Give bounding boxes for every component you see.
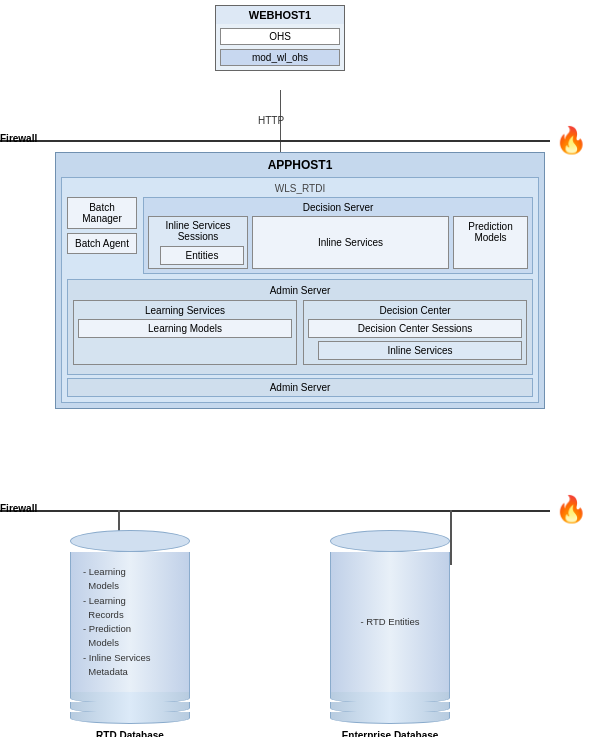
admin-server-title: Admin Server <box>73 285 527 296</box>
enterprise-disk-3 <box>330 712 450 724</box>
inline-services-ds-box: Inline Services <box>252 216 449 269</box>
rtd-cylinder: - Learning Models - Learning Records - P… <box>70 530 190 724</box>
dc-inline-box: Inline Services <box>318 341 522 360</box>
enterprise-cylinder-text: - RTD Entities <box>337 615 443 629</box>
inline-sessions-box: Inline ServicesSessions Entities <box>148 216 248 269</box>
firewall-bottom-icon: 🔥 <box>555 494 587 525</box>
decision-center-title: Decision Center <box>308 305 522 316</box>
rtd-cylinder-text: - Learning Models - Learning Records - P… <box>77 565 183 679</box>
admin-server-bottom: Admin Server <box>67 378 533 397</box>
learning-services-box: Learning Services Learning Models <box>73 300 297 365</box>
decision-server-title: Decision Server <box>148 202 528 213</box>
databases-row: - Learning Models - Learning Records - P… <box>70 530 450 737</box>
apphost-box: APPHOST1 WLS_RTDI Batch Manager Batch Ag… <box>55 152 545 409</box>
admin-server-section: Admin Server Learning Services Learning … <box>67 279 533 375</box>
firewall-top-line <box>0 140 550 142</box>
learning-services-title: Learning Services <box>78 305 292 316</box>
enterprise-cylinder-body: - RTD Entities <box>330 552 450 692</box>
webhost-ohs: OHS <box>220 28 340 45</box>
rtd-cylinder-top <box>70 530 190 552</box>
rtd-database-wrapper: - Learning Models - Learning Records - P… <box>70 530 190 737</box>
webhost-box: WEBHOST1 OHS mod_wl_ohs <box>215 5 345 71</box>
batch-column: Batch Manager Batch Agent <box>67 197 137 274</box>
learning-models-box: Learning Models <box>78 319 292 338</box>
decision-center-box: Decision Center Decision Center Sessions… <box>303 300 527 365</box>
webhost-title: WEBHOST1 <box>216 6 344 24</box>
decision-server-box: Decision Server Inline ServicesSessions … <box>143 197 533 274</box>
inline-sessions-title: Inline ServicesSessions <box>152 220 244 244</box>
wls-title: WLS_RTDI <box>67 183 533 197</box>
wls-box: WLS_RTDI Batch Manager Batch Agent Decis… <box>61 177 539 403</box>
enterprise-cylinder-top <box>330 530 450 552</box>
firewall-top-icon: 🔥 <box>555 125 587 156</box>
http-label: HTTP <box>258 115 284 126</box>
rtd-cylinder-body: - Learning Models - Learning Records - P… <box>70 552 190 692</box>
firewall-top-label: Firewall <box>0 133 37 144</box>
rtd-disk-3 <box>70 712 190 724</box>
diagram-container: WEBHOST1 OHS mod_wl_ohs HTTP Firewall 🔥 … <box>0 0 605 737</box>
decision-inner-row: Inline ServicesSessions Entities Inline … <box>148 216 528 269</box>
decision-server-row: Batch Manager Batch Agent Decision Serve… <box>67 197 533 274</box>
enterprise-cylinder: - RTD Entities <box>330 530 450 724</box>
dc-sessions-box: Decision Center Sessions <box>308 319 522 338</box>
batch-manager-box: Batch Manager <box>67 197 137 229</box>
admin-inner-row: Learning Services Learning Models Decisi… <box>73 300 527 365</box>
enterprise-database-label: Enterprise Database <box>342 730 439 737</box>
batch-agent-box: Batch Agent <box>67 233 137 254</box>
entities-box: Entities <box>160 246 244 265</box>
apphost-title: APPHOST1 <box>61 158 539 174</box>
right-connector-vertical <box>450 510 452 565</box>
webhost-mod: mod_wl_ohs <box>220 49 340 66</box>
firewall-bottom-label: Firewall <box>0 503 37 514</box>
firewall-bottom-line <box>0 510 550 512</box>
prediction-models-box: PredictionModels <box>453 216 528 269</box>
rtd-database-label: RTD Database <box>96 730 164 737</box>
enterprise-database-wrapper: - RTD Entities Enterprise Database <box>330 530 450 737</box>
